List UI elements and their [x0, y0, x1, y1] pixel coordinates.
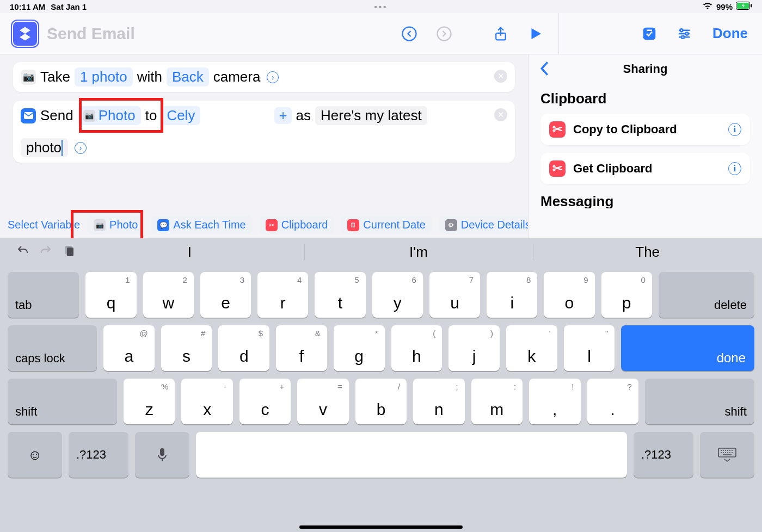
- key-sublabel: /: [398, 382, 400, 391]
- back-button[interactable]: [538, 61, 550, 79]
- action-text: camera: [213, 69, 261, 85]
- photo-count-token[interactable]: 1 photo: [75, 67, 133, 86]
- key-j[interactable]: j): [448, 325, 500, 371]
- key-n[interactable]: n;: [413, 379, 464, 424]
- key-numbers-left[interactable]: .?123: [69, 432, 128, 478]
- key-sublabel: ): [490, 329, 493, 338]
- key-c[interactable]: c+: [239, 379, 291, 424]
- key-t[interactable]: t5: [315, 272, 365, 318]
- remove-action-icon[interactable]: ✕: [494, 70, 507, 83]
- key-sublabel: 8: [526, 275, 531, 284]
- key-o[interactable]: o9: [544, 272, 594, 318]
- key-f[interactable]: f&: [276, 325, 327, 371]
- key-u[interactable]: u7: [429, 272, 480, 318]
- kb-suggestion[interactable]: The: [533, 238, 762, 265]
- status-bar: 10:11 AM Sat Jan 1 ••• 99%: [0, 0, 762, 13]
- key-b[interactable]: b/: [355, 379, 407, 424]
- action-take-photo[interactable]: 📷 Take 1 photo with Back camera › ✕: [13, 62, 515, 92]
- run-button[interactable]: [524, 22, 548, 46]
- key-r[interactable]: r4: [257, 272, 308, 318]
- variable-chip-clipboard[interactable]: ✂ Clipboard: [260, 216, 334, 234]
- key-a[interactable]: a@: [103, 325, 155, 371]
- add-recipient-button[interactable]: +: [274, 107, 291, 124]
- mail-action-icon: [21, 108, 36, 123]
- key-e[interactable]: e3: [200, 272, 251, 318]
- expand-action-icon[interactable]: ›: [75, 142, 87, 154]
- key-done[interactable]: done: [621, 325, 754, 371]
- key-q[interactable]: q1: [85, 272, 136, 318]
- key-delete[interactable]: delete: [659, 272, 754, 318]
- variable-chip-device[interactable]: ⚙ Device Details: [439, 216, 528, 234]
- key-emoji[interactable]: ☺: [8, 432, 62, 478]
- key-p[interactable]: p0: [601, 272, 652, 318]
- select-variable-label[interactable]: Select Variable: [8, 219, 80, 231]
- onscreen-keyboard: I I'm The tab q1w2e3r4t5y6u7i8o9p0delete…: [0, 238, 762, 532]
- shortcut-app-icon[interactable]: [11, 20, 39, 48]
- action-copy-to-clipboard[interactable]: ✂ Copy to Clipboard i: [540, 114, 750, 145]
- key-h[interactable]: h(: [391, 325, 443, 371]
- key-sublabel: $: [259, 329, 263, 338]
- key-k[interactable]: k': [506, 325, 557, 371]
- key-sublabel: 2: [183, 275, 187, 284]
- key-s[interactable]: s#: [161, 325, 212, 371]
- key-dictation[interactable]: [135, 432, 189, 478]
- kb-suggestion[interactable]: I'm: [304, 238, 533, 265]
- key-x[interactable]: x-: [181, 379, 232, 424]
- key-,[interactable]: ,!: [529, 379, 580, 424]
- kb-paste-icon[interactable]: [62, 244, 75, 259]
- action-send-email[interactable]: Send 📷 Photo to Cely + as Here's my late…: [13, 101, 515, 163]
- action-label: Copy to Clipboard: [573, 122, 677, 137]
- key-space[interactable]: [196, 432, 627, 478]
- kb-suggestion[interactable]: I: [75, 238, 304, 265]
- subject-text: photo: [26, 139, 62, 156]
- subject-field-cont[interactable]: photo: [21, 138, 68, 157]
- key-capslock[interactable]: caps lock: [8, 325, 97, 371]
- variable-chip-ask[interactable]: 💬 Ask Each Time: [151, 216, 251, 234]
- photo-variable-token[interactable]: 📷 Photo: [78, 106, 141, 125]
- subject-field[interactable]: Here's my latest: [315, 106, 427, 125]
- camera-position-token[interactable]: Back: [167, 67, 209, 86]
- variable-chip-date[interactable]: 🗓 Current Date: [341, 216, 432, 234]
- key-w[interactable]: w2: [143, 272, 194, 318]
- key-m[interactable]: m:: [471, 379, 523, 424]
- key-d[interactable]: d$: [218, 325, 269, 371]
- key-sublabel: 3: [240, 275, 244, 284]
- info-icon[interactable]: i: [728, 162, 741, 175]
- done-button[interactable]: Done: [712, 25, 748, 42]
- key-shift-left[interactable]: shift: [8, 379, 117, 424]
- chip-label: Clipboard: [281, 219, 328, 231]
- key-g[interactable]: g*: [334, 325, 385, 371]
- recipient-token[interactable]: Cely: [161, 106, 200, 125]
- remove-action-icon[interactable]: ✕: [494, 108, 507, 121]
- key-shift-right[interactable]: shift: [645, 379, 754, 424]
- apps-toggle-button[interactable]: [637, 22, 661, 46]
- undo-button[interactable]: [397, 22, 421, 46]
- key-numbers-right[interactable]: .?123: [634, 432, 693, 478]
- panel-header: Sharing: [529, 54, 762, 84]
- share-button[interactable]: [489, 22, 513, 46]
- kb-undo-icon[interactable]: [16, 244, 29, 259]
- key-sublabel: 6: [412, 275, 416, 284]
- info-icon[interactable]: i: [728, 123, 741, 136]
- key-l[interactable]: l": [564, 325, 615, 371]
- key-sublabel: &: [315, 329, 321, 338]
- settings-button[interactable]: [672, 22, 696, 46]
- key-hide-keyboard[interactable]: [700, 432, 754, 478]
- key-z[interactable]: z%: [124, 379, 175, 424]
- variable-chip-photo[interactable]: 📷 Photo: [88, 216, 144, 234]
- key-sublabel: :: [514, 382, 516, 391]
- expand-action-icon[interactable]: ›: [267, 71, 279, 83]
- key-y[interactable]: y6: [372, 272, 423, 318]
- key-v[interactable]: v=: [297, 379, 348, 424]
- section-title-cut: Messaging: [529, 192, 762, 208]
- kb-redo-icon[interactable]: [39, 244, 52, 259]
- svg-point-3: [403, 27, 416, 40]
- key-i[interactable]: i8: [487, 272, 537, 318]
- shortcut-title[interactable]: Send Email: [47, 24, 135, 43]
- variable-bar: Select Variable 📷 Photo 💬 Ask Each Time …: [0, 216, 528, 234]
- action-text: with: [137, 69, 162, 85]
- key-.[interactable]: .?: [587, 379, 638, 424]
- action-get-clipboard[interactable]: ✂ Get Clipboard i: [540, 153, 750, 184]
- home-indicator[interactable]: [299, 525, 463, 529]
- key-tab[interactable]: tab: [8, 272, 79, 318]
